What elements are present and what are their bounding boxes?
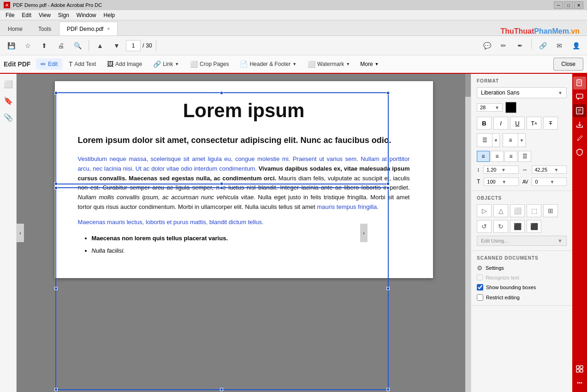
- body-text-link2: mauris tempus fringilla.: [317, 203, 379, 210]
- font-color-swatch[interactable]: [505, 102, 516, 113]
- minimize-button[interactable]: ─: [554, 1, 563, 9]
- close-button[interactable]: ✕: [574, 1, 583, 9]
- underline-button[interactable]: U: [510, 117, 525, 130]
- obj-group-tool[interactable]: ⬚: [527, 204, 541, 217]
- settings-row[interactable]: ⚙ Settings: [477, 264, 567, 272]
- edit-button[interactable]: ✏ Edit: [36, 59, 62, 70]
- edit-using-group[interactable]: Edit Using... ▼: [477, 236, 567, 246]
- right-icon-comment[interactable]: [573, 90, 586, 103]
- scrollbar-thumb[interactable]: [465, 74, 471, 97]
- link-button-edit[interactable]: 🔗 Link ▼: [148, 59, 184, 70]
- menu-sign[interactable]: Sign: [54, 11, 73, 19]
- align-right-button[interactable]: ≡: [504, 151, 517, 162]
- right-icon-protect[interactable]: [573, 146, 586, 159]
- line-spacing-input[interactable]: [486, 167, 500, 172]
- right-icon-pdf[interactable]: [573, 77, 586, 89]
- obj-undo-tool[interactable]: ↺: [477, 220, 492, 233]
- char-spacing-group[interactable]: ▼: [532, 166, 567, 174]
- close-button[interactable]: Close: [553, 58, 583, 71]
- right-icon-organize[interactable]: [573, 362, 586, 375]
- comment-button[interactable]: 💬: [480, 38, 494, 53]
- sidebar-bookmark-icon[interactable]: 🔖: [2, 94, 15, 107]
- font-size-input[interactable]: [480, 105, 494, 110]
- scrollbar-track[interactable]: [465, 74, 471, 392]
- pdf-viewer[interactable]: Lorem ipsum Lorem ipsum dolor sit amet, …: [17, 74, 471, 392]
- right-icon-edit[interactable]: [573, 104, 586, 117]
- next-page-button[interactable]: ▼: [109, 38, 124, 53]
- unordered-list-button[interactable]: ☰: [477, 134, 492, 147]
- align-left-button[interactable]: ≡: [477, 151, 490, 162]
- line-spacing-group[interactable]: ▼: [483, 166, 519, 174]
- page-number-input[interactable]: [126, 40, 141, 51]
- obj-more-tool[interactable]: ⊞: [543, 204, 558, 217]
- obj-redo-tool[interactable]: ↻: [493, 220, 508, 233]
- obj-align-tool[interactable]: △: [493, 204, 508, 217]
- tab-home[interactable]: Home: [0, 22, 30, 36]
- ordered-list-chevron[interactable]: ▼: [518, 134, 525, 147]
- prev-page-button[interactable]: ▲: [93, 38, 107, 53]
- scale-group[interactable]: ▼: [484, 178, 519, 186]
- save-button[interactable]: 💾: [4, 38, 18, 53]
- offset-input[interactable]: [535, 179, 549, 184]
- tab-close-icon[interactable]: ×: [107, 26, 110, 31]
- superscript-button[interactable]: TA: [527, 117, 541, 130]
- bold-button[interactable]: B: [477, 117, 492, 130]
- tab-pdf-demo[interactable]: PDF Demo.pdf ×: [59, 22, 118, 36]
- menu-help[interactable]: Help: [100, 11, 119, 19]
- restrict-editing-checkbox[interactable]: [477, 294, 483, 301]
- obj-select-tool[interactable]: ▷: [477, 204, 492, 217]
- obj-flip-tool: ⬛: [510, 220, 525, 233]
- right-icon-export[interactable]: [573, 118, 586, 131]
- strikethrough-button[interactable]: T: [543, 117, 558, 130]
- italic-button[interactable]: I: [493, 117, 508, 130]
- tab-tools-label: Tools: [38, 26, 51, 32]
- scale-icon: T: [477, 178, 480, 185]
- show-bounding-boxes-row[interactable]: Show bounding boxes: [477, 284, 567, 291]
- show-bounding-boxes-checkbox[interactable]: [477, 284, 483, 291]
- watermark-button[interactable]: ⬜ Watermark ▼: [303, 59, 355, 70]
- tab-tools[interactable]: Tools: [30, 22, 59, 36]
- align-center-button[interactable]: ≡: [491, 151, 504, 162]
- menu-window[interactable]: Window: [73, 11, 100, 19]
- char-spacing-input[interactable]: [535, 167, 553, 172]
- more-button[interactable]: More ▼: [356, 59, 382, 69]
- add-image-button[interactable]: 🖼 Add Image: [102, 59, 147, 70]
- scale-input[interactable]: [487, 179, 501, 184]
- collapse-left-arrow[interactable]: ‹: [17, 224, 24, 242]
- print-button[interactable]: 🖨: [53, 38, 68, 53]
- window-controls[interactable]: ─ □ ✕: [554, 1, 583, 9]
- menu-edit[interactable]: Edit: [18, 11, 35, 19]
- handle-body-bc: [220, 388, 223, 391]
- align-justify-button[interactable]: ☰: [518, 151, 531, 162]
- restrict-editing-row[interactable]: Restrict editing: [477, 294, 567, 301]
- upload-button[interactable]: ⬆: [37, 38, 52, 53]
- header-footer-button[interactable]: 📄 Header & Footer ▼: [235, 59, 301, 70]
- sidebar-pages-icon[interactable]: ⬜: [2, 77, 15, 90]
- menu-view[interactable]: View: [35, 11, 54, 19]
- link-button[interactable]: 🔗: [535, 38, 550, 53]
- add-text-button[interactable]: T Add Text: [64, 59, 101, 70]
- handle-body-tl: [54, 186, 58, 190]
- offset-group[interactable]: ▼: [532, 178, 567, 186]
- menu-file[interactable]: File: [2, 11, 18, 19]
- unordered-list-chevron[interactable]: ▼: [492, 134, 499, 147]
- crop-button[interactable]: ⬜ Crop Pages: [185, 59, 233, 70]
- font-size-box[interactable]: ▼: [477, 103, 503, 112]
- user-button[interactable]: 👤: [569, 38, 583, 53]
- obj-tools-row-2: ↺ ↻ ⬛ ⬛: [477, 220, 567, 233]
- email-button[interactable]: ✉: [552, 38, 567, 53]
- font-selector[interactable]: Liberation Sans ▼: [477, 87, 567, 98]
- sidebar-attach-icon[interactable]: 📎: [2, 111, 15, 124]
- search-button[interactable]: 🔍: [70, 38, 85, 53]
- pen-button[interactable]: ✏: [496, 38, 511, 53]
- sign-button[interactable]: ✒: [513, 38, 528, 53]
- maximize-button[interactable]: □: [564, 1, 573, 9]
- menubar: File Edit View Sign Window Help: [0, 10, 587, 20]
- right-icon-tools[interactable]: [573, 376, 586, 389]
- ordered-list-button[interactable]: ≡: [503, 134, 518, 147]
- right-icon-fill-sign[interactable]: [573, 132, 586, 145]
- svg-point-14: [577, 382, 579, 384]
- collapse-right-arrow[interactable]: ›: [360, 224, 368, 242]
- tab-pdf-label: PDF Demo.pdf: [67, 26, 103, 32]
- bookmark-button[interactable]: ☆: [20, 38, 35, 53]
